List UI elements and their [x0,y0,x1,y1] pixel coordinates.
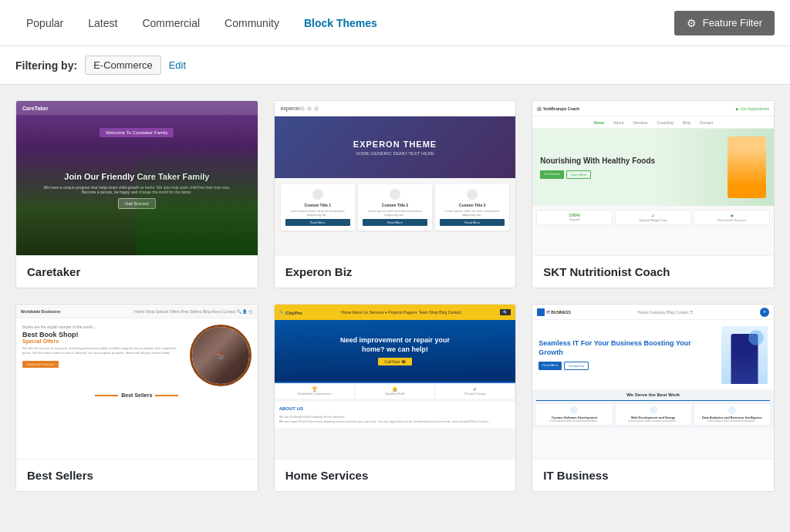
theme-name-it-business: IT Business [532,459,774,491]
theme-card-home-services[interactable]: 🔧 CityPro Home About Us Services ▾ Proje… [274,304,517,492]
theme-screenshot-home-services: 🔧 CityPro Home About Us Services ▾ Proje… [275,305,516,459]
tab-latest[interactable]: Latest [77,11,128,35]
tab-block-themes[interactable]: Block Themes [293,11,388,35]
theme-screenshot-bookstore: Worldwide Bookstore Home Shop Special Of… [16,305,258,459]
theme-name-home-services: Home Services [275,459,516,491]
theme-screenshot-caretaker: CareTaker Welcome To Caretaker Family Jo… [16,101,258,255]
gear-icon: ⚙ [687,17,697,29]
top-navigation: Popular Latest Commercial Community Bloc… [0,0,790,46]
tab-commercial[interactable]: Commercial [131,11,211,35]
tab-popular[interactable]: Popular [15,11,74,35]
theme-card-bookstore[interactable]: Worldwide Bookstore Home Shop Special Of… [15,304,258,492]
theme-screenshot-experon: experon EXPERON THEME SOME GENERIC DEMO … [275,101,516,255]
theme-name-bookstore: Best Sellers [16,459,258,491]
theme-card-experon[interactable]: experon EXPERON THEME SOME GENERIC DEMO … [274,100,517,288]
filtering-by-label: Filtering by: [15,59,77,72]
feature-filter-button[interactable]: ⚙ Feature Filter [674,11,775,35]
theme-screenshot-it-business: IT BUSINESS Home Company Blog Contact ☰ … [532,305,774,459]
theme-name-caretaker: Caretaker [16,255,258,288]
theme-name-skt: SKT Nutritionist Coach [532,255,774,288]
theme-card-skt-nutritionist[interactable]: 🏥 YorkBrainpix Coach ▶ Get Appointment H… [532,100,775,288]
theme-card-caretaker[interactable]: CareTaker Welcome To Caretaker Family Jo… [15,100,258,288]
nav-tabs: Popular Latest Commercial Community Bloc… [15,11,388,35]
feature-filter-label: Feature Filter [703,17,762,29]
themes-grid: CareTaker Welcome To Caretaker Family Jo… [0,100,790,507]
theme-card-it-business[interactable]: IT BUSINESS Home Company Blog Contact ☰ … [532,304,775,492]
filter-edit-link[interactable]: Edit [169,59,186,71]
theme-name-experon: Experon Biz [275,255,516,288]
filter-bar: Filtering by: E-Commerce Edit [0,46,790,85]
filter-tag-ecommerce: E-Commerce [85,56,161,75]
theme-screenshot-skt: 🏥 YorkBrainpix Coach ▶ Get Appointment H… [532,101,774,255]
tab-community[interactable]: Community [214,11,290,35]
